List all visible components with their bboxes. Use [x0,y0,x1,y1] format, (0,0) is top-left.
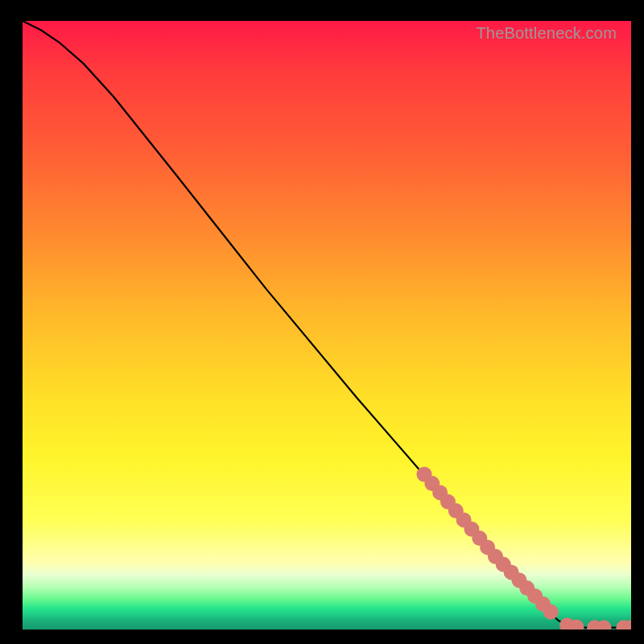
highlight-dots [417,467,632,630]
data-dot [543,605,559,620]
attribution-label: TheBottleneck.com [476,24,617,43]
bottleneck-curve [23,21,631,628]
plot-area: TheBottleneck.com [23,21,631,630]
chart-svg [23,21,631,630]
chart-frame: TheBottleneck.com [0,0,644,644]
